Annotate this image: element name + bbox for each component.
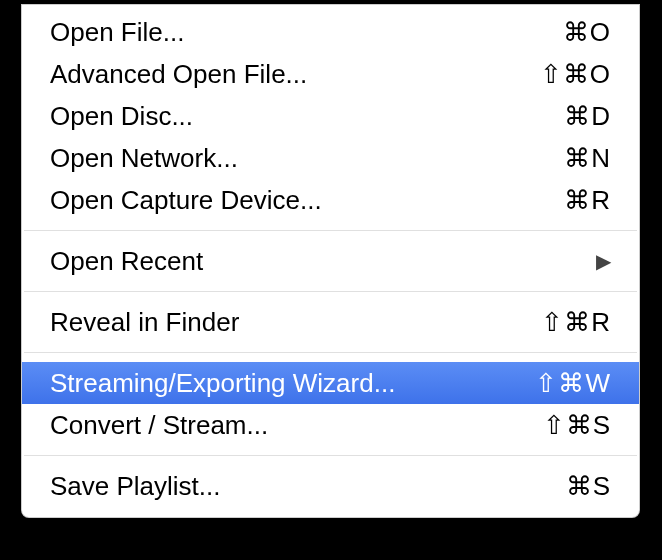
menu-item[interactable]: Reveal in Finder⇧⌘R <box>22 301 639 343</box>
menu-item[interactable]: Save Playlist...⌘S <box>22 465 639 507</box>
dropdown-menu: Open File...⌘OAdvanced Open File...⇧⌘OOp… <box>21 4 640 518</box>
menu-item[interactable]: Open Capture Device...⌘R <box>22 179 639 221</box>
menu-item-shortcut: ⇧⌘O <box>540 57 611 91</box>
menu-item-label: Open Disc... <box>50 99 564 133</box>
menu-item-label: Convert / Stream... <box>50 408 543 442</box>
menu-item-label: Streaming/Exporting Wizard... <box>50 366 535 400</box>
menu-item[interactable]: Streaming/Exporting Wizard...⇧⌘W <box>22 362 639 404</box>
menu-item-label: Open File... <box>50 15 563 49</box>
menu-separator <box>24 352 637 353</box>
menu-item-shortcut: ⇧⌘S <box>543 408 611 442</box>
menu-item-shortcut: ⌘N <box>564 141 611 175</box>
menu-item-shortcut: ⌘S <box>566 469 611 503</box>
menu-item-label: Advanced Open File... <box>50 57 540 91</box>
menu-item-label: Open Capture Device... <box>50 183 564 217</box>
menu-item[interactable]: Open Network...⌘N <box>22 137 639 179</box>
menu-item-shortcut: ⇧⌘R <box>541 305 611 339</box>
menu-item-label: Open Recent <box>50 244 588 278</box>
menu-item-shortcut: ⇧⌘W <box>535 366 611 400</box>
menu-item-label: Open Network... <box>50 141 564 175</box>
menu-item[interactable]: Open Recent▶ <box>22 240 639 282</box>
menu-item[interactable]: Convert / Stream...⇧⌘S <box>22 404 639 446</box>
menu-item[interactable]: Advanced Open File...⇧⌘O <box>22 53 639 95</box>
menu-item-shortcut: ⌘R <box>564 183 611 217</box>
menu-item[interactable]: Open File...⌘O <box>22 11 639 53</box>
menu-separator <box>24 291 637 292</box>
menu-separator <box>24 455 637 456</box>
menu-separator <box>24 230 637 231</box>
menu-item-shortcut: ⌘D <box>564 99 611 133</box>
menu-item[interactable]: Open Disc...⌘D <box>22 95 639 137</box>
menu-item-label: Reveal in Finder <box>50 305 541 339</box>
submenu-arrow-icon: ▶ <box>596 244 611 278</box>
menu-item-shortcut: ⌘O <box>563 15 611 49</box>
menu-item-label: Save Playlist... <box>50 469 566 503</box>
